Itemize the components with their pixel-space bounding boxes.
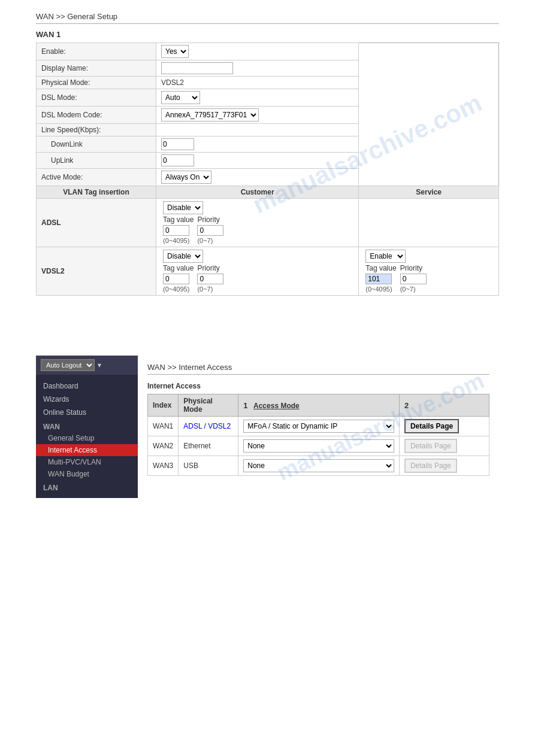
vlan-service-header: Service [359,186,499,199]
adsl-service-cell [359,199,499,247]
wan2-physical: Ethernet [179,436,238,456]
adsl-vlan-row: ADSL Disable Enable [37,199,499,247]
active-mode-cell[interactable]: Always On [156,169,359,186]
physical-mode-label: Physical Mode: [37,77,156,89]
adsl-range2: (0~7) [195,236,225,245]
dsl-mode-cell[interactable]: Auto ADSL VDSL2 [156,89,359,107]
active-mode-select[interactable]: Always On [161,171,211,184]
access-table-header-row: Index Physical Mode 1 Access Mode 2 [148,394,489,417]
enable-value-cell[interactable]: Yes No [156,43,359,60]
sidebar-item-online-status[interactable]: Online Status [36,406,138,419]
wan1-access-cell[interactable]: MFoA / Static or Dynamic IP None PPPoA /… [238,417,400,436]
wan1-access-mode-select[interactable]: MFoA / Static or Dynamic IP None PPPoA /… [243,420,394,433]
vdsl2-cust-priority-label: Priority [195,263,225,273]
main-content: WAN >> Internet Access Internet Access I… [138,356,499,498]
vdsl2-service-mode-select[interactable]: Enable Disable [365,250,406,263]
sidebar-item-wizards[interactable]: Wizards [36,393,138,406]
wan3-details-button[interactable]: Details Page [404,459,457,473]
line-speed-row: Line Speed(Kbps): [37,124,499,136]
internet-access-table: Index Physical Mode 1 Access Mode 2 [147,394,489,476]
sidebar-item-dashboard[interactable]: Dashboard [36,379,138,393]
uplink-input[interactable] [161,154,194,166]
sidebar-logout-container[interactable]: Auto Logout 5 min 10 min 30 min ▾ [36,356,138,375]
uplink-cell[interactable] [156,153,359,169]
adsl-tag-value-input[interactable] [163,225,189,236]
sidebar-nav: Dashboard Wizards Online Status WAN Gene… [36,375,138,498]
sidebar-item-wan-budget[interactable]: WAN Budget [36,468,138,480]
dsl-modem-code-select[interactable]: AnnexA_779517_773F01 [161,108,259,122]
details-num: 2 [404,401,409,410]
vdsl2-service-tag-input[interactable] [365,274,392,284]
physical-mode-row: Physical Mode: VDSL2 [37,77,499,89]
vlan-tag-label: VLAN Tag insertion [37,186,156,199]
internet-access-title: Internet Access [147,382,489,390]
sidebar: Auto Logout 5 min 10 min 30 min ▾ Dashbo… [36,356,138,498]
wan-general-setup-table: Enable: Yes No Display Name: Phys [36,42,499,296]
wan3-access-mode-select[interactable]: None [243,459,394,472]
line-speed-cell [156,124,359,136]
downlink-input[interactable] [161,138,194,150]
vdsl2-customer-mode-select[interactable]: Disable Enable [163,250,203,263]
adsl-priority-label-cell: Priority [195,215,225,224]
wan1-physical: ADSL / VDSL2 [179,417,238,436]
chevron-down-icon: ▾ [98,361,101,369]
display-name-label: Display Name: [37,60,156,77]
dsl-modem-code-row: DSL Modem Code: AnnexA_779517_773F01 [37,107,499,124]
display-name-row: Display Name: [37,60,499,77]
vdsl2-cust-range2: (0~7) [195,285,225,293]
sidebar-item-internet-access[interactable]: Internet Access [36,444,138,456]
wan3-physical: USB [179,456,238,476]
wan-title: WAN 1 [36,30,499,39]
col-details-header: 2 [399,394,489,417]
enable-row: Enable: Yes No [37,43,499,60]
display-name-cell[interactable] [156,60,359,77]
sidebar-item-general-setup[interactable]: General Setup [36,432,138,444]
vdsl2-customer-priority-input[interactable] [197,274,223,284]
breadcrumb-top: WAN >> General Setup [36,12,499,24]
wan1-details-button[interactable]: Details Page [404,419,459,433]
wan2-details-cell[interactable]: Details Page [399,436,489,456]
vdsl2-customer-cell[interactable]: Disable Enable Tag value Priority [156,247,359,296]
wan3-access-cell[interactable]: None [238,456,400,476]
vlan-customer-header: Customer [156,186,359,199]
dsl-modem-code-label: DSL Modem Code: [37,107,156,124]
downlink-row: DownLink [37,136,499,153]
wan1-index: WAN1 [148,417,179,436]
adsl-priority-input[interactable] [197,225,223,236]
vdsl2-service-priority-input[interactable] [400,274,427,284]
display-name-input[interactable] [161,62,233,74]
vdsl2-service-cell[interactable]: Enable Disable Tag value Priority [359,247,499,296]
adsl-tag-value-label: Tag value [161,215,195,224]
sidebar-item-multi-pvc[interactable]: Multi-PVC/VLAN [36,456,138,468]
adsl-customer-cell[interactable]: Disable Enable Tag value Priority [156,199,359,247]
vdsl2-svc-priority-label: Priority [398,263,428,273]
dsl-mode-label: DSL Mode: [37,89,156,107]
wan2-details-button[interactable]: Details Page [404,439,457,453]
adsl-label: ADSL [37,199,156,247]
col-access-header: 1 Access Mode [238,394,400,417]
vdsl2-customer-tag-input[interactable] [163,274,189,284]
uplink-label: UpLink [37,153,156,169]
dsl-modem-code-cell[interactable]: AnnexA_779517_773F01 [156,107,359,124]
wan2-access-mode-select[interactable]: None Static or Dynamic IP PPPoE [243,439,394,453]
col-index-header: Index [148,394,179,417]
dsl-mode-select[interactable]: Auto ADSL VDSL2 [161,91,200,104]
wan3-details-cell[interactable]: Details Page [399,456,489,476]
physical-mode-value: VDSL2 [156,77,359,89]
vdsl2-label: VDSL2 [37,247,156,296]
sidebar-wan-section: WAN [36,419,138,432]
wan1-physical-link[interactable]: ADSL / VDSL2 [183,422,231,430]
auto-logout-select[interactable]: Auto Logout 5 min 10 min 30 min [41,359,95,371]
vdsl2-svc-tag-label: Tag value [364,263,398,273]
vdsl2-cust-range1: (0~4095) [161,285,195,293]
wan1-details-cell[interactable]: Details Page [399,417,489,436]
enable-select[interactable]: Yes No [161,45,189,58]
enable-label: Enable: [37,43,156,60]
vdsl2-cust-tag-label: Tag value [161,263,195,273]
downlink-label: DownLink [37,136,156,153]
active-mode-label: Active Mode: [37,169,156,186]
wan3-index: WAN3 [148,456,179,476]
downlink-cell[interactable] [156,136,359,153]
wan2-access-cell[interactable]: None Static or Dynamic IP PPPoE [238,436,400,456]
adsl-customer-mode-select[interactable]: Disable Enable [163,201,203,214]
